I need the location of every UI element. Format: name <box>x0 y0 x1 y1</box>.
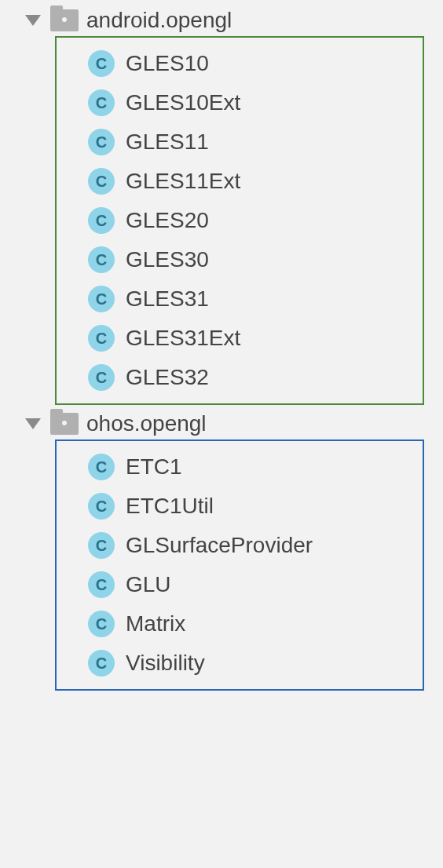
package-tree: android.opengl C GLES10 C GLES10Ext C GL… <box>0 0 443 691</box>
tree-item-class[interactable]: C GLES31 <box>64 279 415 319</box>
class-icon: C <box>88 286 115 312</box>
tree-item-class[interactable]: C Visibility <box>64 644 415 683</box>
class-label: GLES31Ext <box>126 326 240 351</box>
class-label: Matrix <box>126 611 185 636</box>
class-label: GLU <box>126 572 171 597</box>
package-folder-icon <box>50 413 79 435</box>
tree-item-class[interactable]: C GLSurfaceProvider <box>64 526 415 565</box>
tree-item-class[interactable]: C GLES32 <box>64 358 415 397</box>
tree-item-class[interactable]: C GLES30 <box>64 240 415 279</box>
class-icon: C <box>88 571 115 598</box>
class-icon: C <box>88 129 115 155</box>
class-label: GLES11 <box>126 129 209 155</box>
package-label: ohos.opengl <box>86 411 207 436</box>
highlight-box-blue: C ETC1 C ETC1Util C GLSurfaceProvider C … <box>55 439 424 691</box>
package-folder-icon <box>50 9 79 31</box>
tree-item-package[interactable]: android.opengl <box>0 5 443 36</box>
tree-item-class[interactable]: C GLES11Ext <box>64 162 415 201</box>
class-label: GLES10Ext <box>126 90 240 115</box>
class-icon: C <box>88 325 115 352</box>
class-icon: C <box>88 454 115 480</box>
tree-item-class[interactable]: C Matrix <box>64 604 415 644</box>
class-icon: C <box>88 532 115 559</box>
class-label: GLES31 <box>126 286 209 312</box>
class-icon: C <box>88 611 115 637</box>
chevron-down-icon <box>25 418 41 429</box>
tree-item-class[interactable]: C ETC1Util <box>64 487 415 526</box>
class-icon: C <box>88 493 115 520</box>
tree-item-class[interactable]: C GLES10 <box>64 44 415 83</box>
tree-item-class[interactable]: C GLES31Ext <box>64 319 415 358</box>
package-label: android.opengl <box>86 8 232 33</box>
class-icon: C <box>88 207 115 234</box>
class-icon: C <box>88 246 115 273</box>
class-label: Visibility <box>126 651 205 676</box>
class-icon: C <box>88 50 115 77</box>
highlight-box-green: C GLES10 C GLES10Ext C GLES11 C GLES11Ex… <box>55 36 424 405</box>
tree-item-class[interactable]: C GLU <box>64 565 415 604</box>
class-icon: C <box>88 650 115 677</box>
class-label: GLES30 <box>126 247 209 272</box>
tree-item-class[interactable]: C ETC1 <box>64 447 415 487</box>
class-icon: C <box>88 89 115 116</box>
tree-item-class[interactable]: C GLES11 <box>64 122 415 162</box>
class-label: ETC1Util <box>126 494 214 519</box>
chevron-down-icon <box>25 15 41 26</box>
tree-item-class[interactable]: C GLES20 <box>64 201 415 240</box>
class-label: GLES11Ext <box>126 169 240 194</box>
tree-item-class[interactable]: C GLES10Ext <box>64 83 415 122</box>
tree-item-package[interactable]: ohos.opengl <box>0 408 443 439</box>
class-label: GLSurfaceProvider <box>126 533 313 558</box>
class-label: GLES10 <box>126 51 209 76</box>
class-label: ETC1 <box>126 454 182 480</box>
class-icon: C <box>88 364 115 391</box>
class-label: GLES32 <box>126 365 209 390</box>
class-icon: C <box>88 168 115 195</box>
class-label: GLES20 <box>126 208 209 233</box>
